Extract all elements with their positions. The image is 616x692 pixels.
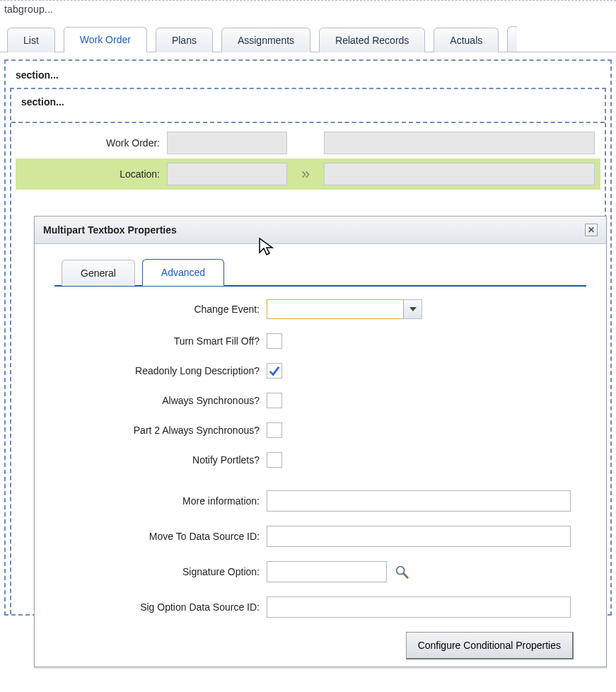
- turn-smart-fill-off-label: Turn Smart Fill Off?: [54, 335, 260, 347]
- location-input-part2[interactable]: [324, 163, 595, 185]
- change-event-combo[interactable]: [267, 299, 422, 319]
- tab-work-order[interactable]: Work Order: [64, 27, 147, 52]
- row-work-order: Work Order:: [16, 127, 600, 158]
- location-label: Location:: [21, 168, 163, 180]
- close-icon[interactable]: ✕: [585, 224, 598, 236]
- dialog-titlebar[interactable]: Multipart Textbox Properties ✕: [35, 217, 606, 244]
- tab-assignments[interactable]: Assignments: [221, 28, 310, 52]
- sig-option-ds-id-input[interactable]: [267, 596, 571, 618]
- readonly-long-desc-label: Readonly Long Description?: [54, 365, 260, 376]
- move-to-ds-id-label: Move To Data Source ID:: [54, 531, 260, 542]
- sig-option-ds-id-label: Sig Option Data Source ID:: [54, 601, 260, 613]
- change-event-input[interactable]: [267, 299, 404, 319]
- lookup-icon[interactable]: [394, 564, 409, 579]
- notify-portlets-checkbox[interactable]: [267, 452, 282, 468]
- properties-dialog: Multipart Textbox Properties ✕ General A…: [34, 216, 607, 667]
- move-to-ds-id-input[interactable]: [267, 526, 571, 547]
- tab-overflow: [507, 26, 517, 52]
- configure-conditional-properties-button[interactable]: Configure Conditional Properties: [406, 632, 574, 659]
- section-inner-label: section...: [11, 93, 605, 115]
- location-input-part1[interactable]: [167, 163, 287, 185]
- always-sync-checkbox[interactable]: [267, 393, 282, 408]
- svg-line-1: [404, 574, 408, 578]
- dialog-tabstrip: General Advanced: [54, 258, 586, 287]
- part2-always-sync-label: Part 2 Always Synchronous?: [54, 425, 260, 436]
- tab-list[interactable]: List: [7, 28, 55, 52]
- work-order-label: Work Order:: [21, 137, 163, 149]
- work-order-input-part2[interactable]: [324, 132, 595, 154]
- notify-portlets-label: Notify Portlets?: [54, 454, 260, 466]
- section-outer-label: section...: [6, 67, 610, 88]
- dialog-title-text: Multipart Textbox Properties: [43, 224, 177, 236]
- work-order-input-part1[interactable]: [167, 132, 287, 154]
- dialog-form: Change Event: Turn Smart Fill Off? Reado…: [54, 287, 586, 659]
- breadcrumb: tabgroup...: [0, 0, 616, 21]
- change-event-label: Change Event:: [54, 304, 260, 315]
- tab-related-records[interactable]: Related Records: [319, 28, 425, 52]
- tab-advanced[interactable]: Advanced: [142, 259, 224, 286]
- chevrons-right-icon: »: [291, 165, 320, 183]
- always-sync-label: Always Synchronous?: [54, 395, 260, 406]
- turn-smart-fill-off-checkbox[interactable]: [267, 333, 282, 349]
- signature-option-label: Signature Option:: [54, 566, 260, 577]
- part2-always-sync-checkbox[interactable]: [267, 422, 282, 438]
- signature-option-input[interactable]: [267, 561, 387, 582]
- chevron-down-icon[interactable]: [404, 299, 422, 319]
- tab-strip: List Work Order Plans Assignments Relate…: [0, 21, 616, 52]
- row-location[interactable]: Location: »: [16, 158, 600, 190]
- readonly-long-desc-checkbox[interactable]: [267, 363, 282, 379]
- more-information-label: More information:: [54, 495, 260, 507]
- tab-plans[interactable]: Plans: [156, 28, 213, 52]
- more-information-input[interactable]: [267, 490, 571, 512]
- tab-actuals[interactable]: Actuals: [434, 28, 499, 52]
- tab-general[interactable]: General: [62, 260, 135, 286]
